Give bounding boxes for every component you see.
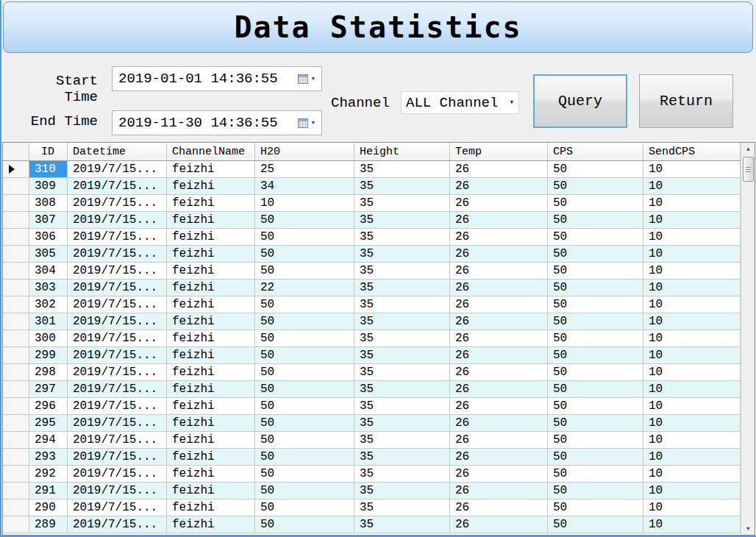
cell-height[interactable]: 35 bbox=[354, 499, 450, 516]
cell-channelname[interactable]: feizhi bbox=[167, 161, 255, 178]
cell-cps[interactable]: 50 bbox=[548, 415, 643, 432]
cell-temp[interactable]: 26 bbox=[450, 212, 548, 229]
return-button[interactable]: Return bbox=[639, 74, 733, 128]
cell-height[interactable]: 35 bbox=[354, 483, 450, 499]
cell-h2o[interactable]: 22 bbox=[255, 280, 354, 296]
cell-id[interactable]: 303 bbox=[29, 280, 68, 296]
query-button[interactable]: Query bbox=[533, 74, 627, 128]
cell-datetime[interactable]: 2019/7/15... bbox=[68, 381, 167, 398]
cell-datetime[interactable]: 2019/7/15... bbox=[68, 347, 167, 364]
cell-sendcps[interactable]: 10 bbox=[643, 263, 741, 280]
row-header-cell[interactable] bbox=[3, 364, 29, 381]
start-time-picker[interactable]: 2019-01-01 14:36:55 ▾ bbox=[112, 66, 322, 91]
cell-sendcps[interactable]: 10 bbox=[643, 212, 741, 229]
cell-temp[interactable]: 26 bbox=[450, 516, 548, 533]
column-header-channelname[interactable]: ChannelName bbox=[167, 143, 255, 160]
cell-channelname[interactable]: feizhi bbox=[167, 381, 255, 398]
cell-channelname[interactable]: feizhi bbox=[167, 330, 255, 347]
cell-cps[interactable]: 50 bbox=[548, 212, 643, 229]
table-row[interactable]: 297 2019/7/15... feizhi 50 35 26 50 10 bbox=[3, 381, 741, 398]
cell-sendcps[interactable]: 10 bbox=[643, 415, 741, 432]
table-row[interactable]: 300 2019/7/15... feizhi 50 35 26 50 10 bbox=[3, 330, 741, 347]
cell-channelname[interactable]: feizhi bbox=[167, 212, 255, 229]
cell-h2o[interactable]: 50 bbox=[255, 499, 354, 516]
cell-id[interactable]: 297 bbox=[29, 381, 68, 398]
start-time-calendar-button[interactable]: ▾ bbox=[298, 74, 315, 84]
cell-sendcps[interactable]: 10 bbox=[643, 330, 741, 347]
cell-cps[interactable]: 50 bbox=[548, 195, 643, 212]
cell-id[interactable]: 292 bbox=[29, 466, 68, 483]
cell-h2o[interactable]: 50 bbox=[255, 415, 354, 432]
cell-h2o[interactable]: 50 bbox=[255, 330, 354, 347]
cell-channelname[interactable]: feizhi bbox=[167, 178, 255, 195]
cell-cps[interactable]: 50 bbox=[548, 178, 643, 195]
cell-channelname[interactable]: feizhi bbox=[167, 296, 255, 313]
row-header-cell[interactable] bbox=[3, 313, 29, 330]
table-row[interactable]: 295 2019/7/15... feizhi 50 35 26 50 10 bbox=[3, 415, 741, 432]
cell-datetime[interactable]: 2019/7/15... bbox=[68, 449, 167, 466]
table-row[interactable]: 303 2019/7/15... feizhi 22 35 26 50 10 bbox=[3, 280, 741, 296]
cell-cps[interactable]: 50 bbox=[548, 161, 643, 178]
cell-datetime[interactable]: 2019/7/15... bbox=[68, 516, 167, 533]
cell-channelname[interactable]: feizhi bbox=[167, 347, 255, 364]
row-header-cell[interactable] bbox=[3, 449, 29, 466]
table-row[interactable]: 291 2019/7/15... feizhi 50 35 26 50 10 bbox=[3, 483, 741, 499]
cell-sendcps[interactable]: 10 bbox=[643, 280, 741, 296]
cell-sendcps[interactable]: 10 bbox=[643, 483, 741, 499]
cell-datetime[interactable]: 2019/7/15... bbox=[68, 178, 167, 195]
row-header-cell[interactable] bbox=[3, 347, 29, 364]
column-header-height[interactable]: Height bbox=[354, 143, 450, 160]
column-header-sendcps[interactable]: SendCPS bbox=[643, 143, 741, 160]
column-header-temp[interactable]: Temp bbox=[450, 143, 548, 160]
cell-cps[interactable]: 50 bbox=[548, 229, 643, 246]
cell-sendcps[interactable]: 10 bbox=[643, 296, 741, 313]
cell-datetime[interactable]: 2019/7/15... bbox=[68, 280, 167, 296]
cell-h2o[interactable]: 50 bbox=[255, 516, 354, 533]
table-row[interactable]: 301 2019/7/15... feizhi 50 35 26 50 10 bbox=[3, 313, 741, 330]
cell-sendcps[interactable]: 10 bbox=[643, 347, 741, 364]
cell-h2o[interactable]: 50 bbox=[255, 466, 354, 483]
cell-temp[interactable]: 26 bbox=[450, 364, 548, 381]
cell-datetime[interactable]: 2019/7/15... bbox=[68, 499, 167, 516]
cell-channelname[interactable]: feizhi bbox=[167, 449, 255, 466]
cell-h2o[interactable]: 50 bbox=[255, 381, 354, 398]
cell-height[interactable]: 35 bbox=[354, 398, 450, 415]
table-row[interactable]: 293 2019/7/15... feizhi 50 35 26 50 10 bbox=[3, 449, 741, 466]
cell-temp[interactable]: 26 bbox=[450, 296, 548, 313]
cell-cps[interactable]: 50 bbox=[548, 499, 643, 516]
cell-id[interactable]: 307 bbox=[29, 212, 68, 229]
cell-h2o[interactable]: 50 bbox=[255, 449, 354, 466]
cell-height[interactable]: 35 bbox=[354, 516, 450, 533]
cell-h2o[interactable]: 50 bbox=[255, 212, 354, 229]
cell-cps[interactable]: 50 bbox=[548, 364, 643, 381]
cell-id[interactable]: 301 bbox=[29, 313, 68, 330]
cell-id[interactable]: 310 bbox=[29, 161, 68, 178]
table-row[interactable]: 308 2019/7/15... feizhi 10 35 26 50 10 bbox=[3, 195, 741, 212]
cell-h2o[interactable]: 50 bbox=[255, 296, 354, 313]
cell-height[interactable]: 35 bbox=[354, 330, 450, 347]
cell-temp[interactable]: 26 bbox=[450, 246, 548, 263]
cell-sendcps[interactable]: 10 bbox=[643, 499, 741, 516]
cell-temp[interactable]: 26 bbox=[450, 415, 548, 432]
cell-h2o[interactable]: 50 bbox=[255, 246, 354, 263]
cell-sendcps[interactable]: 10 bbox=[643, 313, 741, 330]
cell-h2o[interactable]: 50 bbox=[255, 313, 354, 330]
cell-temp[interactable]: 26 bbox=[450, 263, 548, 280]
cell-h2o[interactable]: 50 bbox=[255, 398, 354, 415]
cell-sendcps[interactable]: 10 bbox=[643, 161, 741, 178]
cell-cps[interactable]: 50 bbox=[548, 330, 643, 347]
cell-channelname[interactable]: feizhi bbox=[167, 415, 255, 432]
cell-id[interactable]: 290 bbox=[29, 499, 68, 516]
cell-channelname[interactable]: feizhi bbox=[167, 229, 255, 246]
cell-id[interactable]: 300 bbox=[29, 330, 68, 347]
cell-temp[interactable]: 26 bbox=[450, 280, 548, 296]
cell-datetime[interactable]: 2019/7/15... bbox=[68, 364, 167, 381]
column-header-cps[interactable]: CPS bbox=[548, 143, 643, 160]
cell-channelname[interactable]: feizhi bbox=[167, 364, 255, 381]
cell-cps[interactable]: 50 bbox=[548, 280, 643, 296]
row-header-cell[interactable] bbox=[3, 161, 29, 178]
cell-id[interactable]: 305 bbox=[29, 246, 68, 263]
cell-cps[interactable]: 50 bbox=[548, 296, 643, 313]
cell-datetime[interactable]: 2019/7/15... bbox=[68, 246, 167, 263]
cell-sendcps[interactable]: 10 bbox=[643, 246, 741, 263]
